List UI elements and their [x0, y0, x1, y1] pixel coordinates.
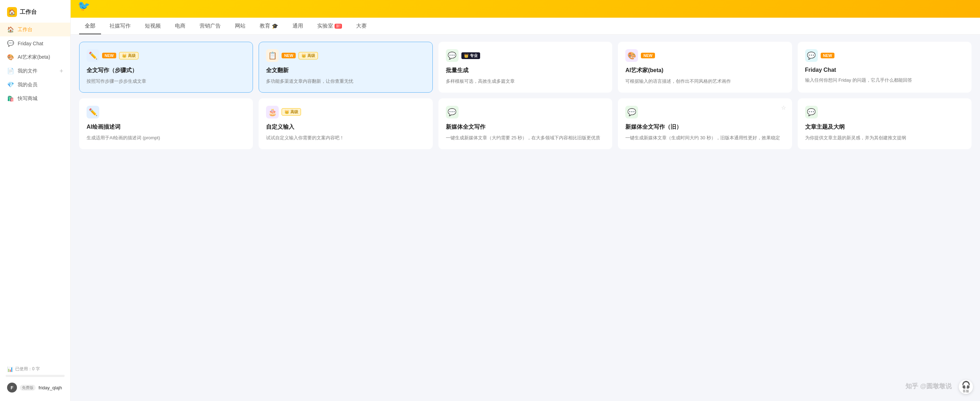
- batch-generate-icon: 💬: [446, 49, 458, 62]
- ai-artist-card-desc: 可根据输入的语言描述，创作出不同风格的艺术画作: [625, 78, 784, 85]
- full-translate-title: 全文翻新: [266, 67, 425, 74]
- user-badge: 免费版: [20, 385, 36, 391]
- sidebar-item-workspace[interactable]: 🏠 工作台: [0, 22, 70, 37]
- tab-all[interactable]: 全部: [79, 18, 101, 34]
- card-ai-artist-header: 🎨 NEW: [625, 49, 784, 62]
- friday-chat-icon: 💬: [7, 40, 14, 47]
- friday-chat-new-badge: NEW: [821, 53, 835, 58]
- new-media-old-icon: 💬: [625, 106, 638, 118]
- usage-icon: 📊: [7, 366, 13, 372]
- full-writing-desc: 按照写作步骤一步步生成文章: [87, 78, 245, 85]
- my-member-icon: 💎: [7, 81, 14, 88]
- sidebar-item-my-files[interactable]: 📄 我的文件 +: [0, 64, 70, 78]
- card-article-topic-header: 💬: [805, 106, 964, 118]
- full-translate-icon: 📋: [266, 49, 279, 62]
- ai-artist-new-badge: NEW: [641, 53, 655, 58]
- card-new-media-old[interactable]: 💬 ☆ 新媒体全文写作（旧） 一键生成新媒体文章（生成时间大约 30 秒），旧版…: [618, 98, 792, 149]
- cards-row-2: ✏️ AI绘画描述词 生成适用于AI绘画的描述词 (prompt) 🎂 👑 高级…: [79, 98, 972, 149]
- star-button[interactable]: ☆: [781, 104, 786, 111]
- sidebar-item-friday-chat[interactable]: 💬 Friday Chat: [0, 37, 70, 50]
- tab-website-label: 网站: [235, 22, 245, 29]
- customer-service-button[interactable]: 🎧 客服: [959, 380, 973, 394]
- tab-education[interactable]: 教育 🎓: [254, 18, 284, 34]
- education-emoji: 🎓: [272, 23, 278, 29]
- new-media-old-desc: 一键生成新媒体文章（生成时间大约 30 秒），旧版本通用性更好，效果稳定: [625, 134, 784, 142]
- new-media-icon: 💬: [446, 106, 458, 118]
- tab-short-video[interactable]: 短视频: [139, 18, 166, 34]
- card-full-translate[interactable]: 📋 NEW 👑 高级 全文翻新 多功能多渠道文章内容翻新，让你查重无忧: [259, 42, 433, 93]
- lab-new-badge: 新!: [334, 24, 342, 29]
- tab-marketing-label: 营销广告: [200, 22, 221, 29]
- tab-lab[interactable]: 实验室 新!: [312, 18, 348, 34]
- custom-input-desc: 试试自定义输入你需要的文案内容吧！: [266, 134, 425, 142]
- card-friday-chat[interactable]: 💬 NEW Friday Chat 输入任何你想问 Friday 的问题，它几乎…: [798, 42, 972, 93]
- tab-short-video-label: 短视频: [145, 22, 161, 29]
- new-media-desc: 一键生成新媒体文章（大约需要 25 秒），在大多领域下内容相比旧版更优质: [446, 134, 605, 142]
- custom-input-advanced-badge: 👑 高级: [282, 108, 301, 116]
- new-media-old-title: 新媒体全文写作（旧）: [625, 123, 784, 131]
- card-custom-input[interactable]: 🎂 👑 高级 自定义输入 试试自定义输入你需要的文案内容吧！: [259, 98, 433, 149]
- tab-education-label: 教育: [260, 22, 270, 29]
- avatar: F: [7, 383, 17, 393]
- article-topic-title: 文章主题及大纲: [805, 123, 964, 131]
- card-full-writing-header: ✏️ NEW 👑 高级: [87, 49, 245, 62]
- ai-artist-icon: 🎨: [7, 54, 14, 61]
- top-banner: 🐦: [71, 0, 980, 18]
- tab-lab-label: 实验室: [317, 22, 333, 29]
- tab-social-label: 社媒写作: [110, 22, 131, 29]
- article-topic-desc: 为你提供文章主题的新灵感，并为其创建推文提纲: [805, 134, 964, 142]
- sidebar-item-my-files-label: 我的文件: [18, 68, 37, 74]
- tab-marketing[interactable]: 营销广告: [194, 18, 226, 34]
- ai-painting-desc: 生成适用于AI绘画的描述词 (prompt): [87, 134, 245, 142]
- logo-icon: 🏠: [7, 7, 17, 17]
- tab-contest[interactable]: 大赛: [350, 18, 372, 34]
- sidebar-logo-label: 工作台: [20, 8, 37, 16]
- card-new-media-header: 💬: [446, 106, 605, 118]
- cs-icon: 🎧: [962, 380, 970, 389]
- sidebar-item-shop-label: 快写商城: [18, 96, 37, 102]
- sidebar-item-ai-artist[interactable]: 🎨 AI艺术家(beta): [0, 50, 70, 64]
- full-translate-new-badge: NEW: [282, 53, 296, 58]
- banner-bird-icon: 🐦: [78, 0, 90, 12]
- card-article-topic[interactable]: 💬 文章主题及大纲 为你提供文章主题的新灵感，并为其创建推文提纲: [798, 98, 972, 149]
- ai-painting-title: AI绘画描述词: [87, 123, 245, 131]
- tab-ecommerce[interactable]: 电商: [169, 18, 191, 34]
- card-full-writing[interactable]: ✏️ NEW 👑 高级 全文写作（步骤式） 按照写作步骤一步步生成文章: [79, 42, 253, 93]
- sidebar-item-shop[interactable]: 🛍️ 快写商城: [0, 91, 70, 105]
- card-new-media[interactable]: 💬 新媒体全文写作 一键生成新媒体文章（大约需要 25 秒），在大多领域下内容相…: [438, 98, 612, 149]
- usage-bar-container: [6, 375, 65, 377]
- sidebar-item-friday-chat-label: Friday Chat: [18, 41, 43, 46]
- tab-general-label: 通用: [293, 22, 303, 29]
- tab-general[interactable]: 通用: [287, 18, 309, 34]
- card-friday-chat-header: 💬 NEW: [805, 49, 964, 62]
- card-ai-painting[interactable]: ✏️ AI绘画描述词 生成适用于AI绘画的描述词 (prompt): [79, 98, 253, 149]
- cards-row-1: ✏️ NEW 👑 高级 全文写作（步骤式） 按照写作步骤一步步生成文章 📋 NE…: [79, 42, 972, 93]
- sidebar-logo: 🏠 工作台: [0, 0, 70, 22]
- full-writing-new-badge: NEW: [102, 53, 116, 58]
- tab-social[interactable]: 社媒写作: [104, 18, 136, 34]
- friday-chat-card-title: Friday Chat: [805, 67, 964, 73]
- ai-artist-card-title: AI艺术家(beta): [625, 67, 784, 74]
- sidebar-bottom: 📊 已使用：0 字 F 免费版 friday_qlajh: [0, 363, 70, 395]
- article-topic-icon: 💬: [805, 106, 818, 118]
- card-batch-generate[interactable]: 💬 👑 专业 批量生成 多样模板可选，高效生成多篇文章: [438, 42, 612, 93]
- tab-all-label: 全部: [85, 22, 95, 29]
- friday-chat-card-icon: 💬: [805, 49, 818, 62]
- batch-generate-pro-badge: 👑 专业: [461, 52, 480, 59]
- username: friday_qlajh: [38, 385, 62, 390]
- tab-bar: 全部 社媒写作 短视频 电商 营销广告 网站 教育 🎓 通用 实验室 新! 大赛: [71, 18, 980, 35]
- full-writing-icon: ✏️: [87, 49, 99, 62]
- card-ai-artist[interactable]: 🎨 NEW AI艺术家(beta) 可根据输入的语言描述，创作出不同风格的艺术画…: [618, 42, 792, 93]
- avatar-letter: F: [11, 385, 13, 390]
- new-media-title: 新媒体全文写作: [446, 123, 605, 131]
- batch-generate-title: 批量生成: [446, 67, 605, 74]
- ai-artist-card-icon: 🎨: [625, 49, 638, 62]
- card-ai-painting-header: ✏️: [87, 106, 245, 118]
- user-info[interactable]: F 免费版 friday_qlajh: [6, 380, 65, 395]
- tab-website[interactable]: 网站: [229, 18, 251, 34]
- sidebar-item-workspace-label: 工作台: [18, 27, 32, 33]
- add-file-button[interactable]: +: [59, 68, 63, 74]
- tab-ecommerce-label: 电商: [175, 22, 186, 29]
- sidebar-item-my-member[interactable]: 💎 我的会员: [0, 78, 70, 91]
- sidebar-item-ai-artist-label: AI艺术家(beta): [18, 54, 50, 61]
